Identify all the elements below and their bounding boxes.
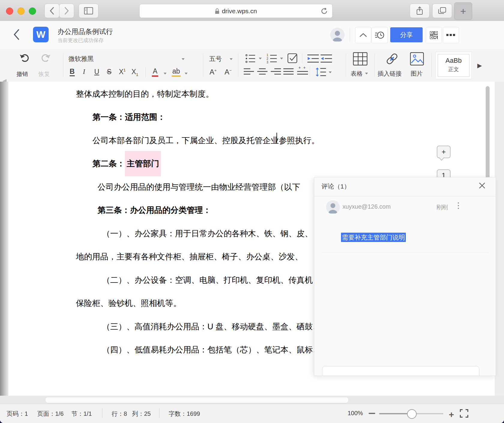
status-divider <box>159 408 159 418</box>
document-line[interactable]: （四）、低值易耗办公用品：包括笔（芯）、笔记本、鼠标、键盘 <box>102 344 337 355</box>
document-line[interactable]: 第二条：主管部门 <box>92 158 161 169</box>
increase-font-button[interactable]: A+ <box>210 68 217 76</box>
history-button[interactable] <box>372 27 388 43</box>
font-size-dropdown-icon[interactable] <box>230 58 233 60</box>
document-line[interactable]: 公司办公用品的使用与管理统一由物业经营管理部（以下 <box>98 182 300 192</box>
add-comment-bubble-button[interactable]: + <box>437 146 451 158</box>
share-button[interactable]: 分享 <box>390 27 423 42</box>
new-tab-button[interactable]: + <box>454 2 472 20</box>
zoom-slider-knob[interactable] <box>407 409 417 419</box>
highlight-color-button[interactable]: ab <box>172 67 181 77</box>
numbered-list-dropdown-icon[interactable] <box>280 58 283 59</box>
collapse-toolbar-button[interactable] <box>355 27 371 43</box>
document-line[interactable]: 保险柜、验钞机、照相机等。 <box>76 298 181 309</box>
browser-forward-button[interactable] <box>59 4 74 18</box>
undo-icon[interactable] <box>19 53 31 63</box>
bullet-list-dropdown-icon[interactable] <box>259 58 262 59</box>
superscript-button[interactable]: X1 <box>119 68 126 76</box>
traffic-light-minimize[interactable] <box>17 8 25 15</box>
bullet-list-button[interactable] <box>246 54 256 63</box>
insert-picture-icon[interactable] <box>410 52 424 65</box>
numbered-list-button[interactable]: 123 <box>267 53 277 64</box>
zoom-out-button[interactable] <box>369 413 375 414</box>
document-canvas[interactable]: 整体成本控制的目的，特制定本制度。第一条：适用范围：公司本部各部门及员工，下属企… <box>0 82 504 396</box>
table-icon[interactable] <box>353 52 367 65</box>
sidebar-toggle-button[interactable] <box>79 4 98 18</box>
font-name-select[interactable]: 微软雅黑 <box>68 55 94 63</box>
comment-text[interactable]: 需要补充主管部门说明 <box>341 233 406 242</box>
comment-menu-icon[interactable] <box>456 201 461 213</box>
wps-writer-logo[interactable]: W <box>33 27 49 42</box>
svg-text:+: + <box>298 66 301 70</box>
tabs-icon <box>438 7 446 15</box>
fullscreen-icon[interactable] <box>460 409 468 418</box>
align-center-button[interactable] <box>257 68 267 76</box>
traffic-light-close[interactable] <box>6 8 13 15</box>
comment-reply-input[interactable] <box>322 366 479 376</box>
document-title[interactable]: 办公用品条例试行 <box>58 27 113 36</box>
document-line[interactable]: （三）、高值消耗办公用品：U 盘、移动硬盘、墨盒、硒鼓、 <box>102 321 321 332</box>
back-button[interactable] <box>13 29 20 40</box>
document-line[interactable]: 第一条：适用范围： <box>92 112 165 122</box>
lock-icon <box>215 8 219 14</box>
font-name-dropdown-icon[interactable] <box>182 58 185 60</box>
browser-back-button[interactable] <box>44 4 59 18</box>
bold-button[interactable]: B <box>70 68 75 76</box>
toolbar-scroll-right-icon[interactable]: ▶ <box>477 62 482 69</box>
user-avatar[interactable] <box>330 28 345 42</box>
status-divider <box>102 408 102 418</box>
subscript-button[interactable]: X1 <box>131 68 138 77</box>
table-button[interactable]: 表格 <box>351 70 363 78</box>
history-clock-icon <box>375 31 385 40</box>
insert-picture-button[interactable]: 图片 <box>411 70 423 78</box>
more-options-button[interactable] <box>443 27 459 43</box>
table-dropdown-icon[interactable] <box>365 73 368 74</box>
highlight-dropdown-icon[interactable] <box>185 73 188 74</box>
line-spacing-button[interactable] <box>315 67 326 77</box>
comments-panel-header: 评论（1） <box>314 177 496 196</box>
decrease-font-button[interactable]: A− <box>225 68 232 76</box>
font-size-select[interactable]: 五号 <box>209 55 222 63</box>
comments-panel-title: 评论（1） <box>321 182 350 191</box>
document-line[interactable]: （二）、办公设备：空调、电脑、打印机、复印机、传真机 <box>102 275 313 286</box>
checklist-button[interactable] <box>288 53 298 63</box>
increase-indent-button[interactable] <box>321 54 332 63</box>
style-gallery[interactable]: AaBb 正文 <box>435 52 472 79</box>
tab-overview-button[interactable] <box>432 4 452 18</box>
document-line[interactable]: （一）、办公家具：用于日常办公的各种木、铁、钢、皮、 <box>102 228 313 239</box>
comments-panel: 评论（1） xuyxue@126.com 刚刚 需要补充主管部门说明 <box>314 177 496 376</box>
traffic-light-zoom[interactable] <box>29 8 36 15</box>
document-line[interactable]: 整体成本控制的目的，特制定本制度。 <box>76 89 214 99</box>
justify-button[interactable] <box>283 68 294 76</box>
font-color-dropdown-icon[interactable] <box>164 73 167 74</box>
align-left-button[interactable] <box>244 68 254 76</box>
undo-button[interactable]: 撤销 <box>17 70 28 78</box>
line-spacing-dropdown-icon[interactable] <box>329 71 332 73</box>
refresh-icon[interactable] <box>320 7 328 15</box>
browser-share-button[interactable] <box>410 4 430 18</box>
redo-button[interactable]: 恢复 <box>38 70 50 78</box>
style-preview-text: AaBb <box>438 57 469 65</box>
document-line[interactable]: 地的用品，主要有各种文件柜、抽屉柜、椅子、办公桌、沙发、 <box>76 251 303 262</box>
insert-link-button[interactable]: 插入链接 <box>378 70 402 78</box>
document-line[interactable]: 公司本部各部门及员工，下属企业、控股及托管企业参照执行。 <box>92 135 319 146</box>
close-icon[interactable] <box>479 182 485 189</box>
strikethrough-button[interactable]: S <box>107 68 111 76</box>
decrease-indent-button[interactable] <box>307 54 319 63</box>
zoom-in-button[interactable]: + <box>449 409 454 420</box>
chevron-right-icon <box>64 7 69 15</box>
redo-icon[interactable] <box>40 53 52 63</box>
browser-window: drive.wps.cn + W 办公用品条例试行 当前更改已成功保存 <box>0 0 504 423</box>
address-bar[interactable]: drive.wps.cn <box>139 4 333 18</box>
underline-button[interactable]: U <box>94 68 99 76</box>
qr-code-button[interactable] <box>426 27 442 43</box>
horizontal-scrollbar-track[interactable] <box>0 396 504 404</box>
font-color-button[interactable]: A <box>152 67 158 77</box>
align-right-button[interactable] <box>271 68 281 76</box>
style-card-body-text[interactable]: AaBb 正文 <box>438 54 469 77</box>
document-line[interactable]: 第三条：办公用品的分类管理： <box>98 205 211 216</box>
insert-link-icon[interactable] <box>385 52 399 66</box>
distribute-button[interactable]: ++ <box>297 66 308 76</box>
horizontal-scrollbar-thumb[interactable] <box>45 397 349 403</box>
italic-button[interactable]: I <box>83 68 85 76</box>
